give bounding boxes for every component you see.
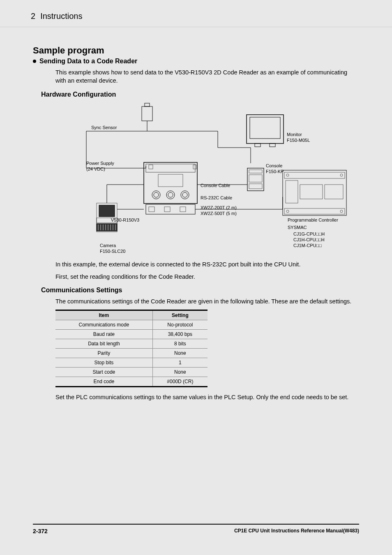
svg-rect-8: [250, 117, 280, 139]
chapter-title: Instructions: [40, 12, 82, 21]
intro-paragraph: This example shows how to send data to t…: [55, 68, 359, 85]
svg-rect-28: [249, 175, 262, 182]
svg-rect-41: [286, 180, 298, 203]
cell-item: Communications mode: [55, 320, 152, 330]
page: 2Instructions Sample program Sending Dat…: [0, 0, 392, 555]
svg-rect-17: [158, 174, 183, 187]
lbl-cj1g: CJ1G-CPU□□H: [293, 231, 325, 237]
page-header: 2Instructions: [0, 7, 392, 27]
lbl-console-cable: Console Cable: [201, 183, 230, 189]
chapter-number: 2: [31, 12, 35, 21]
table-row: ParityNone: [55, 349, 208, 358]
para-comm: The communications settings of the Code …: [55, 297, 359, 305]
svg-rect-34: [180, 207, 186, 212]
section-title: Sample program: [33, 45, 359, 56]
svg-rect-25: [193, 165, 196, 169]
cell-setting: 8 bits: [152, 339, 208, 349]
cell-item: Data bit length: [55, 339, 152, 349]
svg-rect-42: [300, 185, 323, 199]
svg-rect-50: [97, 224, 117, 231]
footer-manual: CP1E CPU Unit Instructions Reference Man…: [234, 528, 359, 534]
comm-settings-heading: Communications Settings: [41, 287, 359, 294]
table-row: Data bit length8 bits: [55, 339, 208, 349]
lbl-xw2z1: XW2Z-200T (2 m): [201, 205, 237, 211]
lbl-rs232c: RS-232C Cable: [201, 195, 232, 201]
page-footer: 2-372 CP1E CPU Unit Instructions Referen…: [33, 524, 359, 534]
svg-point-18: [152, 191, 160, 199]
lbl-monitor-model: F150-M05L: [287, 138, 310, 143]
cell-setting: None: [152, 368, 208, 377]
svg-point-39: [286, 174, 289, 176]
cell-setting: 38,400 bps: [152, 330, 208, 339]
cell-setting: #000D (CR): [152, 377, 208, 387]
svg-rect-27: [249, 170, 262, 173]
cell-setting: None: [152, 349, 208, 358]
table-row: Start codeNone: [55, 368, 208, 377]
para-end: Set the PLC communications settings to t…: [55, 393, 359, 401]
svg-rect-0: [142, 106, 152, 121]
svg-rect-32: [149, 207, 154, 212]
para-mid2: First, set the reading conditions for th…: [55, 273, 359, 281]
lbl-power-supply: Power Supply: [86, 161, 114, 166]
svg-point-46: [340, 210, 343, 213]
cell-item: Baud rate: [55, 330, 152, 339]
hardware-diagram: Sync Sensor Monitor F150-M05L Power Supp…: [74, 102, 362, 254]
svg-rect-1: [145, 103, 150, 106]
svg-rect-26: [247, 168, 264, 191]
hw-config-heading: Hardware Configuration: [41, 91, 359, 98]
svg-rect-24: [149, 165, 153, 169]
cell-item: Start code: [55, 368, 152, 377]
svg-point-45: [286, 210, 289, 213]
lbl-cj1m: CJ1M-CPU□□: [293, 243, 322, 249]
svg-rect-31: [146, 204, 195, 214]
svg-point-23: [182, 192, 187, 197]
lbl-v530: V530-R150V3: [111, 217, 139, 223]
svg-rect-48: [99, 205, 115, 217]
svg-point-19: [154, 192, 159, 197]
th-setting: Setting: [152, 310, 208, 320]
cell-item: Stop bits: [55, 358, 152, 368]
para-mid1: In this example, the external device is …: [55, 260, 359, 268]
table-row: Baud rate38,400 bps: [55, 330, 208, 339]
table-row: Stop bits1: [55, 358, 208, 368]
svg-point-22: [181, 191, 189, 199]
svg-rect-29: [249, 184, 262, 189]
lbl-power-supply-sub: (24 VDC): [86, 166, 105, 172]
svg-rect-9: [255, 143, 261, 147]
lbl-camera-model: F150-SLC20: [100, 249, 125, 254]
lbl-camera: Camera: [100, 243, 116, 249]
footer-page-number: 2-372: [33, 528, 48, 534]
svg-point-20: [166, 191, 175, 199]
lbl-console: Console: [266, 163, 282, 169]
cell-setting: 1: [152, 358, 208, 368]
lbl-monitor: Monitor: [287, 132, 302, 138]
svg-rect-10: [270, 143, 275, 147]
svg-rect-44: [284, 208, 345, 214]
bullet-icon: [33, 60, 36, 63]
subsection-row: Sending Data to a Code Reader: [33, 58, 359, 65]
content: Sample program Sending Data to a Code Re…: [33, 45, 359, 406]
svg-rect-7: [247, 115, 284, 143]
svg-rect-38: [284, 172, 345, 178]
lbl-cj1h: CJ1H-CPU□□H: [293, 237, 325, 243]
cell-item: End code: [55, 377, 152, 387]
table-row: Communications modeNo-protocol: [55, 320, 208, 330]
lbl-sync-sensor: Sync Sensor: [91, 125, 117, 131]
svg-rect-37: [283, 170, 346, 215]
lbl-sysmac: SYSMAC: [288, 225, 307, 231]
cell-item: Parity: [55, 349, 152, 358]
svg-rect-16: [146, 164, 195, 172]
lbl-prog-ctrl: Programmable Controller: [288, 217, 338, 223]
svg-point-40: [340, 174, 343, 176]
comm-settings-table: Item Setting Communications modeNo-proto…: [55, 310, 208, 387]
th-item: Item: [55, 310, 152, 320]
subsection-title: Sending Data to a Code Reader: [39, 58, 137, 65]
lbl-console-model: F150-KP: [266, 169, 284, 175]
header-text: 2Instructions: [31, 7, 392, 21]
svg-rect-33: [164, 207, 170, 212]
lbl-xw2z2: XW2Z-500T (5 m): [201, 211, 237, 217]
svg-point-21: [168, 192, 173, 197]
table-row: End code#000D (CR): [55, 377, 208, 387]
cell-setting: No-protocol: [152, 320, 208, 330]
svg-rect-43: [325, 185, 343, 199]
